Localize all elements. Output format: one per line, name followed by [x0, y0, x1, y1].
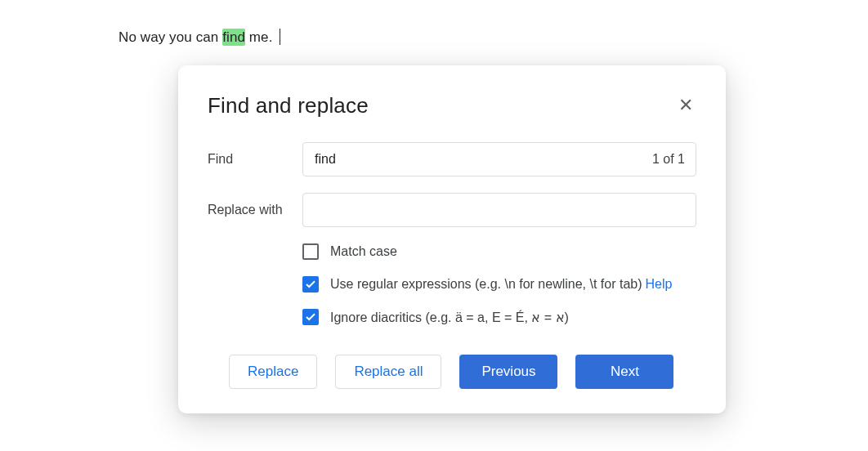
document-text: No way you can — [119, 29, 222, 45]
find-row: Find 1 of 1 — [208, 142, 696, 176]
regex-checkbox[interactable] — [302, 276, 319, 292]
find-input[interactable] — [302, 142, 696, 176]
match-case-option: Match case — [302, 243, 696, 260]
diacritics-label: Ignore diacritics (e.g. ä = a, E = É, א … — [330, 310, 569, 325]
check-icon — [306, 280, 315, 288]
regex-option: Use regular expressions (e.g. \n for new… — [302, 276, 696, 292]
match-counter: 1 of 1 — [652, 152, 685, 167]
dialog-title: Find and replace — [208, 93, 369, 118]
replace-button[interactable]: Replace — [229, 355, 317, 389]
regex-help-link[interactable]: Help — [646, 277, 673, 292]
options-group: Match case Use regular expressions (e.g.… — [302, 243, 696, 325]
diacritics-option: Ignore diacritics (e.g. ä = a, E = É, א … — [302, 309, 696, 325]
dialog-buttons: Replace Replace all Previous Next — [208, 355, 696, 389]
regex-label: Use regular expressions (e.g. \n for new… — [330, 277, 642, 292]
find-input-wrap: 1 of 1 — [302, 142, 696, 176]
replace-input[interactable] — [302, 193, 696, 227]
replace-all-button[interactable]: Replace all — [335, 355, 441, 389]
close-icon[interactable]: ✕ — [675, 92, 696, 119]
diacritics-checkbox[interactable] — [302, 309, 319, 325]
find-label: Find — [208, 152, 302, 167]
previous-button[interactable]: Previous — [459, 355, 557, 389]
replace-row: Replace with — [208, 193, 696, 227]
text-cursor — [280, 29, 280, 45]
find-replace-dialog: Find and replace ✕ Find 1 of 1 Replace w… — [178, 65, 726, 413]
search-highlight: find — [222, 29, 245, 46]
dialog-header: Find and replace ✕ — [208, 92, 696, 119]
replace-input-wrap — [302, 193, 696, 227]
match-case-checkbox[interactable] — [302, 243, 319, 260]
document-text: me. — [245, 29, 276, 45]
next-button[interactable]: Next — [575, 355, 673, 389]
replace-label: Replace with — [208, 203, 302, 217]
document-content[interactable]: No way you can find me. — [0, 0, 868, 74]
match-case-label: Match case — [330, 244, 397, 259]
check-icon — [306, 313, 315, 321]
